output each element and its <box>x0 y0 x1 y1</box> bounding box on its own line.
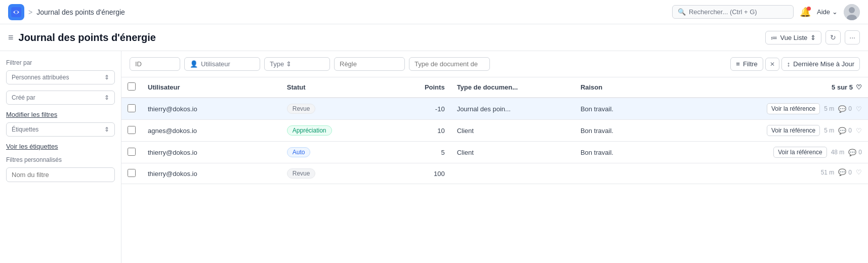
cell-statut: Auto <box>281 142 389 163</box>
sort-button[interactable]: ↕ Dernière Mise à Jour <box>781 57 860 71</box>
row-checkbox[interactable] <box>128 104 136 112</box>
voir-etiquettes-link[interactable]: Voir les étiquettes <box>6 143 115 150</box>
cell-utilisateur: thierry@dokos.io <box>142 98 281 120</box>
cell-utilisateur: agnes@dokos.io <box>142 120 281 142</box>
sort-icon: ↕ <box>787 60 791 68</box>
utilisateur-filter[interactable]: 👤 Utilisateur <box>184 57 260 71</box>
heart-icon[interactable]: ♡ <box>856 168 862 176</box>
cell-utilisateur: thierry@dokos.io <box>142 142 281 163</box>
cell-raison: Bon travail. <box>574 98 667 120</box>
row-checkbox[interactable] <box>128 169 136 177</box>
voir-reference-button[interactable]: Voir la référence <box>773 147 826 158</box>
header-count: 5 sur 5 ♡ <box>667 77 868 98</box>
row-count: 5 sur 5 <box>832 83 853 91</box>
time-ago: 51 m <box>821 169 835 176</box>
filter-actions: ≡ Filtre ✕ ↕ Dernière Mise à Jour <box>730 57 860 71</box>
search-icon: 🔍 <box>678 8 686 16</box>
cell-actions: 51 m💬0♡ <box>667 163 868 181</box>
cree-par-chevron-icon: ⇕ <box>104 94 109 101</box>
header-raison: Raison <box>574 77 667 98</box>
notifications-button[interactable]: 🔔 <box>800 7 811 18</box>
cell-raison: Bon travail. <box>574 120 667 142</box>
view-list-button[interactable]: ≔ Vue Liste ⇕ <box>765 31 822 45</box>
search-placeholder: Rechercher... (Ctrl + G) <box>689 8 757 16</box>
svg-point-3 <box>849 7 855 13</box>
status-badge: Revue <box>287 168 316 179</box>
select-all-checkbox[interactable] <box>128 82 136 91</box>
header-type-document: Type de documen... <box>451 77 574 98</box>
refresh-button[interactable]: ↻ <box>825 30 841 45</box>
etiquettes-filter[interactable]: Étiquettes ⇕ <box>6 122 115 137</box>
menu-icon[interactable]: ≡ <box>8 32 14 43</box>
breadcrumb-separator: > <box>28 8 32 16</box>
cree-par-label: Créé par <box>12 94 35 101</box>
comment-icon: 💬 <box>838 168 846 176</box>
cell-points: 10 <box>389 120 451 142</box>
cell-type-document: Client <box>451 120 574 142</box>
time-ago: 48 m <box>831 149 845 156</box>
cell-type-document: Journal des poin... <box>451 98 574 120</box>
time-ago: 5 m <box>824 127 834 134</box>
type-filter[interactable]: Type ⇕ <box>264 57 330 71</box>
comment-number: 0 <box>858 149 862 156</box>
personnes-attribuees-label: Personnes attribuées <box>12 74 69 81</box>
data-table: Utilisateur Statut Points Type de docume… <box>121 77 868 184</box>
heart-header-icon: ♡ <box>856 83 862 91</box>
type-doc-filter-input[interactable] <box>409 57 490 71</box>
comment-icon: 💬 <box>838 127 846 135</box>
filter-by-label: Filtrer par <box>6 59 115 66</box>
status-badge: Auto <box>287 147 311 157</box>
refresh-icon: ↻ <box>830 33 836 41</box>
id-filter-input[interactable] <box>130 57 180 71</box>
table-header-row: Utilisateur Statut Points Type de docume… <box>121 77 868 98</box>
more-icon: ··· <box>849 33 855 41</box>
voir-reference-button[interactable]: Voir la référence <box>767 125 820 136</box>
header-right: ≔ Vue Liste ⇕ ↻ ··· <box>765 30 860 45</box>
comment-count: 💬0 <box>838 168 852 176</box>
etiquettes-label: Étiquettes <box>12 126 38 133</box>
comment-number: 0 <box>848 127 852 134</box>
status-badge: Revue <box>287 104 316 114</box>
filtres-perso-label: Filtres personnalisés <box>6 156 115 163</box>
row-checkbox[interactable] <box>128 148 136 156</box>
cell-actions: Voir la référence5 m💬0♡ <box>667 120 868 141</box>
voir-reference-button[interactable]: Voir la référence <box>767 103 820 114</box>
comment-icon: 💬 <box>848 149 856 156</box>
cell-points: 5 <box>389 142 451 163</box>
close-icon: ✕ <box>770 61 775 68</box>
filter-button[interactable]: ≡ Filtre <box>730 57 763 71</box>
heart-icon[interactable]: ♡ <box>856 105 862 113</box>
cree-par-filter[interactable]: Créé par ⇕ <box>6 91 115 105</box>
page-header: ≡ Journal des points d'énergie ≔ Vue Lis… <box>0 24 868 51</box>
nom-filtre-input[interactable] <box>6 167 115 182</box>
app-logo[interactable] <box>8 4 24 20</box>
heart-icon[interactable]: ♡ <box>856 127 862 135</box>
svg-point-1 <box>15 11 18 14</box>
row-checkbox[interactable] <box>128 126 136 134</box>
personnes-chevron-icon: ⇕ <box>104 74 109 81</box>
filter-bar: 👤 Utilisateur Type ⇕ ≡ Filtre ✕ ↕ Dern <box>121 51 868 77</box>
notification-dot <box>807 7 811 11</box>
cell-type-document: Client <box>451 142 574 163</box>
personnes-attribuees-filter[interactable]: Personnes attribuées ⇕ <box>6 70 115 84</box>
filter-label: Filtre <box>743 60 758 68</box>
search-box[interactable]: 🔍 Rechercher... (Ctrl + G) <box>672 5 794 19</box>
regle-filter-input[interactable] <box>334 57 405 71</box>
etiquettes-chevron-icon: ⇕ <box>104 126 109 133</box>
cell-raison <box>574 163 667 184</box>
header-points: Points <box>389 77 451 98</box>
cell-points: 100 <box>389 163 451 184</box>
user-avatar[interactable] <box>844 4 860 20</box>
modifier-filtres-link[interactable]: Modifier les filtres <box>6 111 115 118</box>
comment-number: 0 <box>848 105 852 112</box>
comment-count: 💬0 <box>838 105 852 113</box>
comment-icon: 💬 <box>838 105 846 113</box>
filter-close-button[interactable]: ✕ <box>765 58 779 71</box>
cell-statut: Revue <box>281 98 389 120</box>
cell-actions: Voir la référence48 m💬0 <box>667 142 868 163</box>
aide-label: Aide <box>817 8 830 16</box>
main-layout: Filtrer par Personnes attribuées ⇕ Créé … <box>0 51 868 263</box>
help-button[interactable]: Aide ⌄ <box>817 8 838 16</box>
more-options-button[interactable]: ··· <box>845 30 860 45</box>
header-left: ≡ Journal des points d'énergie <box>8 32 156 43</box>
